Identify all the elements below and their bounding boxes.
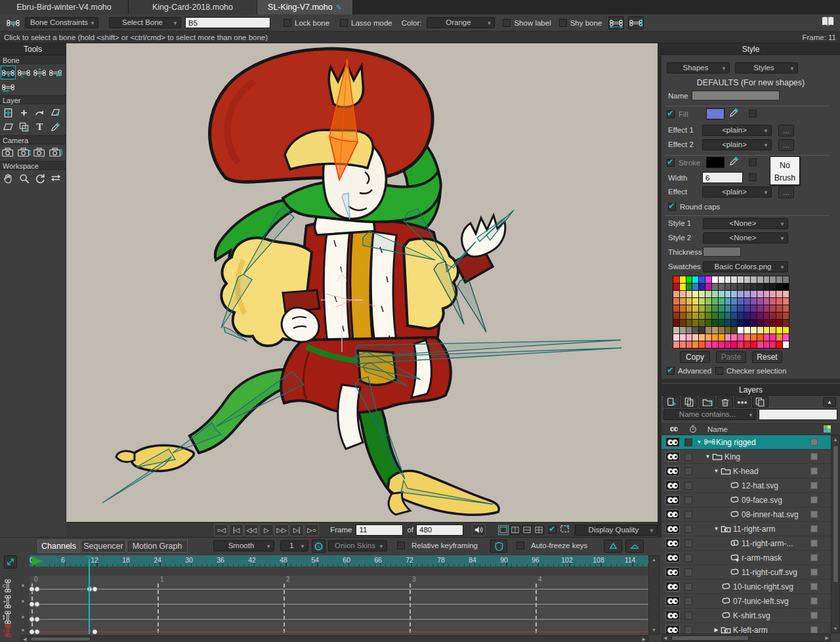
palette-swatch[interactable] [712,276,718,283]
fill-color-swatch[interactable] [706,108,724,119]
palette-swatch[interactable] [776,341,782,348]
prev-keyframe-button[interactable]: |◁ [229,524,243,536]
palette-swatch[interactable] [699,327,705,333]
palette-swatch[interactable] [783,327,789,333]
palette-swatch[interactable] [673,298,679,305]
palette-swatch[interactable] [783,276,789,283]
total-frames-input[interactable] [416,524,463,536]
palette-swatch[interactable] [757,327,763,333]
expand-toggle-icon[interactable]: ▼ [704,454,712,460]
timeline-ruler[interactable]: 0612182430364248546066727884909610210811… [30,555,648,567]
palette-swatch[interactable] [731,320,737,326]
fill-checkbox[interactable] [667,110,675,118]
layer-color-swatch[interactable] [810,568,818,576]
layer-visibility-button[interactable] [665,437,680,447]
palette-swatch[interactable] [738,312,744,319]
layer-visibility-button[interactable] [665,466,680,476]
select-bone-tool[interactable] [1,66,16,79]
layer-animation-checkbox[interactable] [684,467,692,475]
palette-swatch[interactable] [673,312,679,319]
palette-swatch[interactable] [751,298,757,305]
palette-swatch[interactable] [712,327,718,333]
keyframe-dot[interactable] [34,601,40,607]
layer-color-swatch[interactable] [810,496,818,503]
style1-dropdown[interactable]: <None>▼ [703,218,788,229]
palette-swatch[interactable] [699,291,705,297]
shy-bone-checkbox[interactable] [559,19,567,27]
palette-swatch[interactable] [764,305,770,312]
palette-swatch[interactable] [770,341,776,348]
palette-swatch[interactable] [776,327,782,333]
palette-swatch[interactable] [764,334,770,341]
stroke-color-swatch[interactable] [706,157,724,168]
layer-visibility-button[interactable] [665,625,680,633]
palette-swatch[interactable] [744,320,750,326]
palette-swatch[interactable] [783,291,789,297]
palette-swatch[interactable] [686,320,692,326]
palette-swatch[interactable] [680,312,686,319]
palette-swatch[interactable] [692,298,698,305]
bone-color-dropdown[interactable]: Orange▼ [427,17,495,28]
palette-swatch[interactable] [725,334,731,341]
palette-swatch[interactable] [738,284,744,290]
step-back-button[interactable]: ◁◁ [244,524,259,536]
palette-swatch[interactable] [783,341,789,348]
palette-swatch[interactable] [776,334,782,341]
onion-skins-dropdown[interactable]: Onion Skins▼ [328,540,387,551]
palette-swatch[interactable] [764,291,770,297]
shear-layer-tool[interactable] [1,120,16,134]
palette-swatch[interactable] [705,276,711,283]
effect1-dropdown[interactable]: <plain>▼ [702,125,772,136]
next-keyframe-button[interactable]: ▷| [289,524,304,536]
layer-visibility-button[interactable] [665,567,680,577]
palette-swatch[interactable] [673,291,679,297]
layer-row[interactable]: 08-inner-hat.svg [662,507,831,522]
cycle-icon[interactable] [312,540,326,553]
palette-swatch[interactable] [719,341,724,348]
layer-row[interactable]: 11-right-cuff.svg [662,565,831,580]
palette-swatch[interactable] [686,327,692,333]
palette-swatch[interactable] [776,305,782,312]
palette-swatch[interactable] [725,341,731,348]
style2-dropdown[interactable]: <None>▼ [703,232,788,244]
checker-selection-checkbox[interactable] [715,367,723,375]
palette-swatch[interactable] [783,312,789,319]
insert-text-tool[interactable]: T [32,120,47,134]
palette-swatch[interactable] [744,334,750,341]
palette-swatch[interactable] [776,298,782,305]
palette-swatch[interactable] [692,341,698,348]
stroke-effect-options-button[interactable]: ... [778,186,794,198]
palette-swatch[interactable] [751,305,757,312]
palette-swatch[interactable] [673,305,679,312]
layer-visibility-button[interactable] [665,582,680,591]
reset-style-button[interactable]: Reset [752,351,782,363]
palette-swatch[interactable] [719,334,724,341]
layout-quad-button[interactable] [534,525,544,535]
palette-swatch[interactable] [757,276,763,283]
palette-swatch[interactable] [680,298,686,305]
palette-swatch[interactable] [686,305,692,312]
layer-animation-checkbox[interactable] [684,453,692,461]
layer-row[interactable]: ▼11-right-arm [662,522,831,536]
palette-swatch[interactable] [757,291,763,297]
palette-swatch[interactable] [712,298,718,305]
fill-extra-swatch[interactable] [749,110,757,118]
palette-swatch[interactable] [699,334,705,341]
goto-end-button[interactable]: ▷○ [304,524,319,536]
layer-row[interactable]: 12-hat.svg [662,479,831,493]
palette-swatch[interactable] [764,298,770,305]
layer-color-swatch[interactable] [810,626,818,633]
canvas-viewport[interactable] [66,43,658,522]
palette-swatch[interactable] [783,298,789,305]
expand-toggle-icon[interactable]: ▼ [712,526,721,532]
relative-keyframing-checkbox[interactable] [397,542,405,549]
lasso-mode-checkbox[interactable] [340,19,348,27]
palette-swatch[interactable] [770,320,776,326]
collapse-panel-button[interactable]: ▲ [823,397,836,407]
delete-layer-button[interactable] [717,396,733,408]
timeline-vscrollbar[interactable]: ▲ ▼ [648,555,660,635]
palette-swatch[interactable] [770,334,776,341]
palette-swatch[interactable] [719,276,724,283]
bone-name-input[interactable] [185,17,270,28]
palette-swatch[interactable] [725,298,731,305]
